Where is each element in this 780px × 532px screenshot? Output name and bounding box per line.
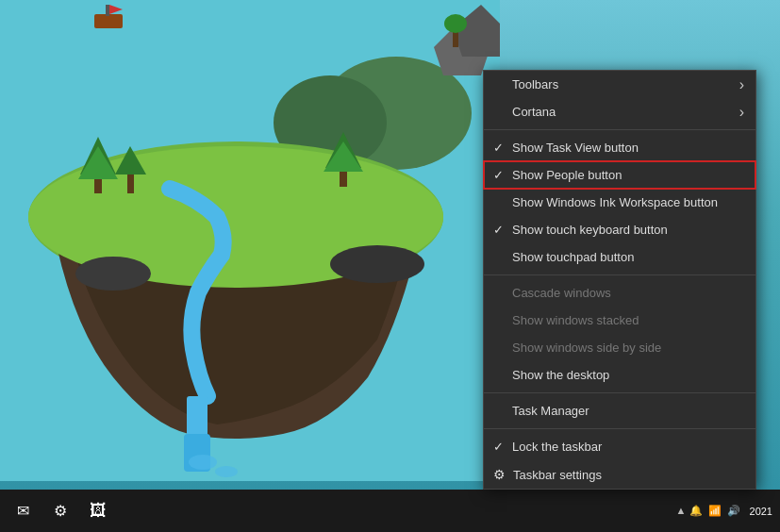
menu-item-show-task-view-label: Show Task View button [512, 141, 639, 155]
menu-item-show-desktop-label: Show the desktop [512, 368, 609, 382]
network-icon: 📶 [708, 505, 722, 517]
menu-divider-4 [484, 428, 755, 429]
menu-divider-2 [484, 274, 755, 275]
svg-point-25 [215, 466, 238, 477]
gear-icon: ⚙ [493, 467, 506, 482]
taskbar: ✉ ⚙ 🖼 ▲ 🔔 📶 🔊 2021 [0, 490, 780, 532]
svg-point-24 [189, 455, 217, 470]
menu-item-show-people-label: Show People button [512, 168, 622, 182]
menu-item-side-by-side-label: Show windows side by side [512, 341, 661, 355]
menu-item-taskbar-settings[interactable]: ⚙ Taskbar settings [484, 460, 755, 489]
menu-item-show-touch-keyboard[interactable]: Show touch keyboard button [484, 216, 755, 243]
taskbar-gallery-icon[interactable]: 🖼 [83, 496, 113, 526]
taskbar-settings-icon[interactable]: ⚙ [45, 496, 75, 526]
menu-item-cascade: Cascade windows [484, 279, 755, 307]
clock-date[interactable]: 2021 [750, 506, 772, 517]
menu-item-toolbars[interactable]: Toolbars [484, 71, 755, 98]
svg-rect-17 [94, 14, 123, 28]
menu-item-lock-taskbar[interactable]: Lock the taskbar [484, 433, 755, 460]
menu-item-show-desktop[interactable]: Show the desktop [484, 361, 755, 389]
menu-item-show-touch-keyboard-label: Show touch keyboard button [512, 223, 668, 237]
menu-item-show-ink-label: Show Windows Ink Workspace button [512, 195, 718, 209]
menu-item-toolbars-label: Toolbars [512, 77, 558, 91]
context-menu: Toolbars Cortana Show Task View button S… [483, 70, 756, 490]
menu-item-task-manager-label: Task Manager [512, 404, 589, 418]
menu-item-show-ink[interactable]: Show Windows Ink Workspace button [484, 189, 755, 216]
svg-point-21 [444, 14, 467, 33]
menu-item-stacked: Show windows stacked [484, 307, 755, 334]
menu-item-task-manager[interactable]: Task Manager [484, 397, 755, 424]
svg-point-23 [75, 257, 151, 291]
menu-item-show-task-view[interactable]: Show Task View button [484, 134, 755, 161]
menu-item-show-people[interactable]: Show People button [484, 161, 755, 189]
menu-divider-1 [484, 129, 755, 130]
menu-item-stacked-label: Show windows stacked [512, 313, 639, 327]
menu-item-cortana-label: Cortana [512, 105, 556, 119]
menu-item-lock-taskbar-label: Lock the taskbar [512, 440, 602, 454]
volume-icon: 🔊 [727, 505, 740, 517]
menu-divider-3 [484, 392, 755, 393]
menu-item-show-touchpad[interactable]: Show touchpad button [484, 243, 755, 271]
svg-rect-18 [106, 5, 109, 16]
menu-item-cascade-label: Cascade windows [512, 286, 611, 300]
system-tray-icons: ▲ 🔔 [676, 505, 703, 517]
desktop-wallpaper [0, 0, 500, 481]
taskbar-mail-icon[interactable]: ✉ [8, 496, 38, 526]
svg-point-22 [330, 245, 424, 283]
menu-item-show-touchpad-label: Show touchpad button [512, 250, 634, 264]
menu-item-side-by-side: Show windows side by side [484, 334, 755, 361]
taskbar-right: ▲ 🔔 📶 🔊 2021 [676, 505, 772, 517]
menu-item-taskbar-settings-label: Taskbar settings [513, 468, 602, 482]
menu-item-cortana[interactable]: Cortana [484, 98, 755, 125]
desktop: Toolbars Cortana Show Task View button S… [0, 0, 780, 532]
